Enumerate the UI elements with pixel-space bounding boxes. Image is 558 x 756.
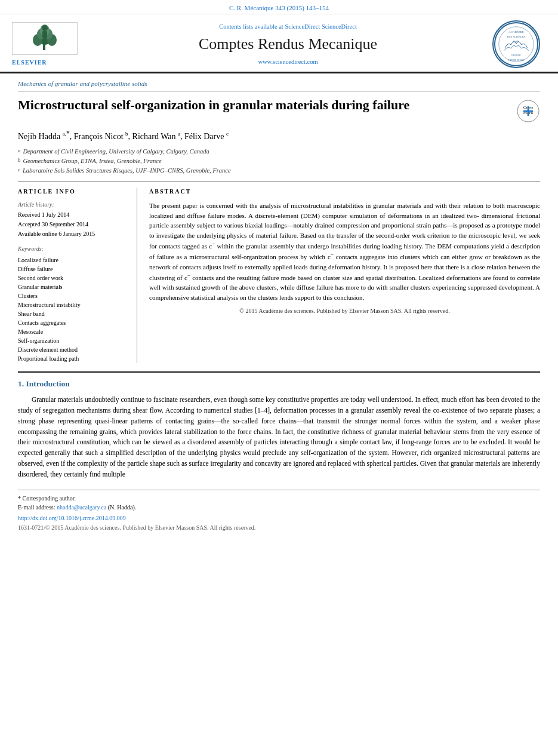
article-title-text: Microstructural self-organization in gra… (18, 97, 510, 114)
corresponding-label: * Corresponding author. (18, 495, 76, 502)
journal-website[interactable]: www.sciencedirect.com (95, 58, 480, 67)
issn-line: 1631-0721/© 2015 Académie des sciences. … (18, 524, 540, 532)
svg-text:DES SCIENCES: DES SCIENCES (507, 36, 526, 39)
sciencedirect-name: ScienceDirect (322, 23, 357, 30)
article-info-title: ARTICLE INFO (18, 188, 130, 196)
journal-reference-text: C. R. Mécanique 343 (2015) 143–154 (229, 4, 329, 11)
introduction-paragraph: Granular materials undoubtedly continue … (18, 395, 540, 480)
keyword-4: Granular materials (18, 282, 130, 291)
keyword-7: Shear band (18, 309, 130, 318)
authors-line: Nejib Hadda a,*, François Nicot b, Richa… (18, 129, 540, 142)
elsevier-text: ELSEVIER (12, 59, 47, 67)
keyword-10: Self-organization (18, 336, 130, 345)
crossmark-icon: Cross Mark (516, 99, 540, 123)
keyword-11: Discrete element method (18, 345, 130, 354)
svg-text:FONDÉE EN 1666: FONDÉE EN 1666 (508, 59, 525, 62)
elsevier-logo-section: ELSEVIER (12, 22, 90, 67)
keyword-1: Localized failure (18, 256, 130, 265)
affil-text-c: Laboratoire Sols Solides Structures Risq… (23, 166, 231, 176)
affil-text-b: Geomechanics Group, ETNA, Irstea, Grenob… (23, 156, 161, 166)
author-sup-c: c (226, 131, 229, 137)
journal-name-section: Contents lists available at ScienceDirec… (90, 23, 486, 67)
keyword-12: Proportional loading path (18, 354, 130, 363)
keyword-6: Microstructural instability (18, 300, 130, 309)
affil-text-a: Department of Civil Engineering, Univers… (23, 147, 209, 156)
email-author-name: (N. Hadda). (108, 504, 136, 511)
keyword-9: Mesoscale (18, 327, 130, 336)
svg-text:FRANCE: FRANCE (511, 55, 521, 57)
svg-text:PARIS: PARIS (513, 41, 520, 43)
received-date: Received 1 July 2014 (18, 210, 130, 220)
accepted-date: Accepted 30 September 2014 (18, 220, 130, 229)
journal-reference-bar: C. R. Mécanique 343 (2015) 143–154 (0, 0, 558, 14)
email-note: E-mail address: nhadda@ucalgary.ca (N. H… (18, 503, 540, 512)
keyword-2: Diffuse failure (18, 265, 130, 273)
corresponding-star: * (66, 130, 70, 137)
abstract-copyright: © 2015 Académie des sciences. Published … (149, 307, 540, 315)
main-content: Mechanics of granular and polycrystallin… (0, 73, 558, 531)
affiliation-a: a Department of Civil Engineering, Unive… (18, 147, 540, 156)
svg-text:ACADÉMIE: ACADÉMIE (508, 31, 524, 34)
footnote-section: * Corresponding author. E-mail address: … (18, 490, 540, 532)
keyword-3: Second order work (18, 273, 130, 282)
elsevier-logo-box (12, 22, 78, 55)
available-date: Available online 6 January 2015 (18, 229, 130, 239)
email-label: E-mail address: (18, 504, 55, 511)
introduction-section: 1. Introduction Granular materials undou… (18, 379, 540, 480)
svg-point-7 (42, 25, 48, 31)
affiliations-block: a Department of Civil Engineering, Unive… (18, 147, 540, 175)
author-sup-a2: a (178, 131, 180, 137)
doi-line[interactable]: http://dx.doi.org/10.1016/j.crme.2014.09… (18, 514, 540, 523)
affiliation-c: c Laboratoire Sols Solides Structures Ri… (18, 166, 540, 176)
article-history-block: Article history: Received 1 July 2014 Ac… (18, 201, 130, 239)
academy-logo: ACADÉMIE DES SCIENCES PARIS FRANCE FONDÉ… (492, 20, 540, 68)
affil-sup-a: a (18, 147, 20, 156)
keyword-5: Clusters (18, 291, 130, 300)
keywords-block: Keywords: Localized failure Diffuse fail… (18, 245, 130, 363)
keyword-8: Contacts aggregates (18, 318, 130, 327)
history-label: Article history: (18, 201, 130, 209)
article-info-abstract-section: ARTICLE INFO Article history: Received 1… (18, 181, 540, 363)
academy-emblem-icon: ACADÉMIE DES SCIENCES PARIS FRANCE FONDÉ… (494, 21, 539, 67)
crossmark-logo[interactable]: Cross Mark (516, 99, 540, 123)
sciencedirect-link: Contents lists available at ScienceDirec… (95, 23, 480, 32)
author-sup-b: b (125, 131, 128, 137)
affil-sup-c: c (18, 166, 20, 176)
email-link[interactable]: nhadda@ucalgary.ca (57, 504, 106, 511)
abstract-column: ABSTRACT The present paper is concerned … (149, 188, 540, 363)
abstract-text: The present paper is concerned with the … (149, 201, 540, 302)
article-title-row: Microstructural self-organization in gra… (18, 97, 540, 123)
affil-sup-b: b (18, 156, 20, 166)
abstract-title: ABSTRACT (149, 188, 540, 196)
history-dates: Received 1 July 2014 Accepted 30 Septemb… (18, 210, 130, 239)
section-divider (18, 371, 540, 373)
article-info-column: ARTICLE INFO Article history: Received 1… (18, 188, 137, 363)
elsevier-tree-icon (15, 23, 75, 53)
corresponding-author-note: * Corresponding author. (18, 494, 540, 503)
keywords-label: Keywords: (18, 245, 130, 253)
svg-rect-8 (42, 31, 47, 38)
affiliation-b: b Geomechanics Group, ETNA, Irstea, Gren… (18, 156, 540, 166)
academy-logo-section: ACADÉMIE DES SCIENCES PARIS FRANCE FONDÉ… (486, 20, 546, 68)
journal-header: ELSEVIER Contents lists available at Sci… (0, 14, 558, 73)
introduction-title: 1. Introduction (18, 379, 540, 390)
journal-title: Comptes Rendus Mecanique (95, 33, 480, 55)
section-label: Mechanics of granular and polycrystallin… (18, 73, 540, 91)
